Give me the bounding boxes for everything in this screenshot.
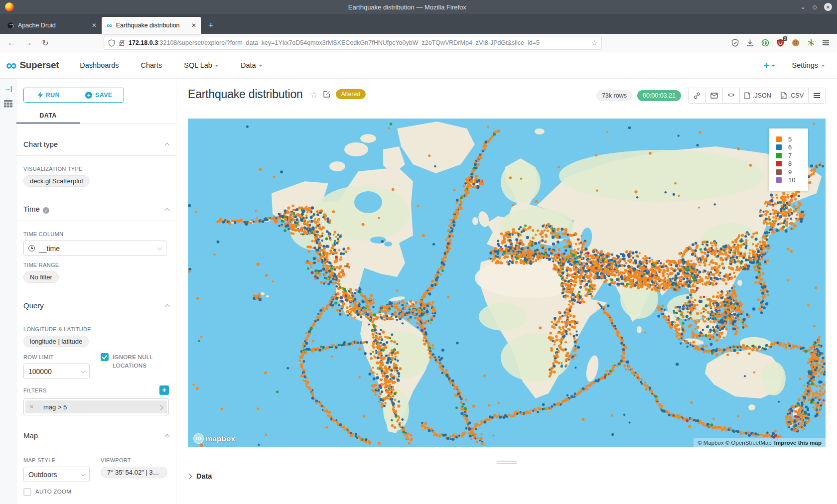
privacy-extension-icon[interactable] (761, 39, 769, 47)
data-section-toggle[interactable]: Data (188, 472, 837, 480)
info-icon: i (43, 207, 49, 214)
window-close-icon[interactable]: ✕ (824, 3, 832, 11)
legend-label: 9 (788, 168, 792, 176)
improve-map-link[interactable]: Improve this map (774, 440, 822, 446)
chevron-up-icon (165, 434, 170, 439)
time-range-value[interactable]: No filter (23, 271, 59, 283)
earthquake-scatter-layer (188, 119, 826, 447)
section-map[interactable]: Map (23, 431, 169, 440)
new-item-button[interactable]: + (763, 60, 775, 71)
tab-close-icon[interactable]: ✕ (92, 22, 97, 29)
magnitude-legend: 5678910 (769, 128, 808, 191)
caret-icon (821, 65, 825, 67)
window-minimize-icon[interactable]: ⌄ (801, 3, 806, 10)
run-button[interactable]: RUN (24, 88, 74, 102)
protections-shield-icon[interactable] (731, 39, 739, 47)
viz-type-value[interactable]: deck.gl Scatterplot (23, 175, 90, 187)
legend-label: 6 (788, 143, 792, 151)
reload-button[interactable]: ↻ (39, 38, 52, 48)
embed-code-button[interactable]: <> (722, 88, 739, 103)
tracking-shield-icon[interactable] (108, 39, 115, 47)
ignore-null-checkbox[interactable] (101, 353, 109, 361)
legend-swatch (776, 144, 782, 150)
map-style-select[interactable]: Outdoors (23, 467, 90, 482)
superset-navbar: ∞ Superset DashboardsChartsSQL LabData +… (0, 52, 837, 79)
export-csv-button[interactable]: x .CSV (776, 88, 808, 103)
save-circle-icon: + (85, 92, 92, 99)
window-title: Earthquake distribution — Mozilla Firefo… (14, 3, 801, 11)
browser-urlbar: ← → ↻ 172.18.0.3:32108/superset/explore/… (0, 34, 837, 52)
attribution-text[interactable]: © Mapbox © OpenStreetMap (698, 440, 772, 446)
legend-label: 5 (788, 135, 792, 143)
filters-box: ✕ mag > 5 (23, 398, 169, 415)
container-asterisk-icon[interactable] (807, 39, 815, 47)
section-chart-type[interactable]: Chart type (23, 140, 169, 148)
tab-data[interactable]: DATA (16, 109, 80, 119)
tab-close-icon[interactable]: ✕ (191, 22, 196, 29)
legend-item: 10 (776, 176, 808, 185)
panel-tabs: DATA (16, 109, 176, 124)
bookmark-star-icon[interactable]: ☆ (591, 39, 597, 47)
menu-hamburger-icon[interactable] (823, 42, 829, 43)
deckgl-map[interactable]: 5678910 m mapbox © Mapbox © OpenStreetMa… (188, 119, 826, 447)
panel-resize-handle[interactable] (497, 461, 517, 464)
email-button[interactable] (705, 88, 722, 103)
viewport-value[interactable]: 7° 35' 54.02" | 31... (101, 467, 167, 478)
expand-panel-icon[interactable]: →| (4, 85, 12, 92)
dataset-grid-icon[interactable] (4, 100, 12, 108)
insecure-lock-icon[interactable] (119, 39, 125, 47)
mapbox-logo-icon: m (193, 433, 204, 444)
altered-badge[interactable]: Altered (336, 89, 366, 99)
section-query[interactable]: Query (23, 301, 169, 310)
left-gutter: →| (0, 79, 16, 504)
favorite-star-icon[interactable]: ☆ (310, 89, 318, 101)
file-icon (744, 92, 750, 99)
expand-filter-icon[interactable] (159, 402, 167, 411)
back-button[interactable]: ← (5, 38, 18, 47)
download-icon[interactable] (746, 39, 754, 47)
time-column-select[interactable]: __time (23, 241, 166, 256)
navbar-item-charts[interactable]: Charts (141, 61, 162, 69)
edit-title-icon[interactable] (323, 90, 331, 98)
legend-swatch (776, 177, 782, 183)
legend-label: 8 (788, 160, 792, 167)
mapbox-logo[interactable]: m mapbox (193, 433, 235, 444)
settings-menu[interactable]: Settings (792, 61, 825, 69)
lightning-icon (38, 92, 43, 99)
firefox-logo-icon (5, 2, 14, 11)
superset-logo[interactable]: ∞ Superset (0, 58, 66, 72)
remove-filter-icon[interactable]: ✕ (25, 403, 38, 410)
row-limit-label: ROW LIMIT (23, 354, 101, 360)
navbar-item-data[interactable]: Data (241, 61, 263, 69)
chevron-down-icon (157, 246, 162, 251)
lonlat-label: LONGITUDE & LATITUDE (23, 326, 169, 332)
navbar-item-sql-lab[interactable]: SQL Lab (184, 61, 219, 69)
filter-chip[interactable]: ✕ mag > 5 (25, 400, 167, 413)
copy-link-button[interactable] (689, 88, 705, 103)
browser-tab-druid[interactable]: Apache Druid ✕ (2, 17, 102, 34)
auto-zoom-checkbox[interactable] (23, 488, 31, 496)
viewport-label: VIEWPORT (101, 457, 168, 463)
add-filter-button[interactable]: + (159, 385, 169, 395)
navbar-item-dashboards[interactable]: Dashboards (80, 61, 119, 69)
row-limit-select[interactable]: 100000 (23, 364, 90, 379)
viz-type-label: VISUALIZATION TYPE (23, 166, 169, 172)
legend-item: 9 (776, 168, 808, 176)
chart-menu-button[interactable] (808, 88, 825, 103)
row-count-badge: 73k rows (596, 90, 632, 101)
lonlat-value[interactable]: longitude | latitude (23, 336, 89, 347)
url-field[interactable]: 172.18.0.3:32108/superset/explore/?form_… (104, 36, 602, 50)
new-tab-button[interactable]: + (208, 20, 214, 34)
cookie-extension-icon[interactable] (792, 39, 800, 47)
chart-title: Earthquake distribution (188, 88, 303, 101)
control-panel: RUN + SAVE DATA Chart type VISUALIZATION… (16, 79, 176, 504)
svg-text:x: x (782, 95, 784, 98)
export-json-button[interactable]: .JSON (739, 88, 776, 103)
chart-area: Earthquake distribution ☆ Altered 73k ro… (176, 79, 837, 504)
window-maximize-icon[interactable]: ◇ (813, 3, 817, 10)
forward-button[interactable]: → (22, 38, 35, 47)
save-button[interactable]: + SAVE (74, 88, 124, 102)
section-time[interactable]: Timei (23, 205, 169, 214)
browser-tab-earthquake[interactable]: ∞ Earthquake distribution ✕ (102, 17, 201, 34)
legend-item: 6 (776, 143, 808, 152)
